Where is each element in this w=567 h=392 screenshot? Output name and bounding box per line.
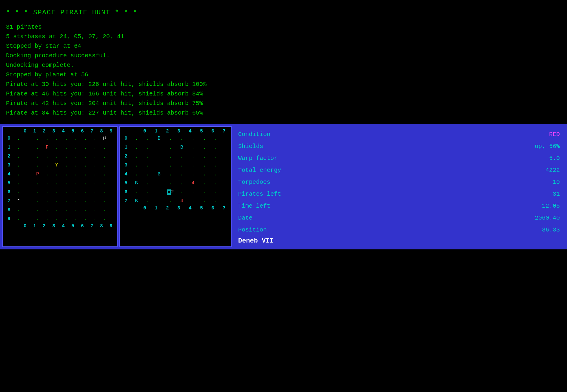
map-cell: . — [23, 214, 33, 223]
map-cell: . — [71, 197, 81, 206]
sector-row-label: 5 — [121, 179, 131, 188]
col-header: 5 — [196, 129, 207, 134]
map-cell: . — [33, 152, 42, 161]
sector-cell: . — [210, 134, 221, 143]
map-cell: P — [42, 143, 52, 152]
map-cell: . — [33, 134, 42, 143]
log-entry: Pirate at 30 hits you: 226 unit hit, shi… — [6, 80, 561, 89]
galaxy-map-container: 0123456789 0.........@1...P......2......… — [2, 126, 118, 247]
warp-row: Warp factor 5.0 — [238, 152, 560, 164]
shields-value: up, 56% — [535, 141, 560, 152]
map-cell: . — [90, 161, 100, 170]
map-cell: . — [71, 161, 81, 170]
pirates-row: Pirates left 31 — [238, 188, 560, 200]
log-entry: Stopped by star at 64 — [6, 41, 561, 51]
time-label: Time left — [238, 200, 270, 212]
map-cell: Y — [52, 161, 61, 170]
sector-cell: . — [153, 197, 165, 206]
galaxy-map-row: 8.......... — [4, 206, 116, 214]
sector-map-row: 0..B..... — [121, 134, 230, 143]
sector-cell: . — [153, 143, 165, 152]
map-cell: . — [23, 206, 33, 214]
map-cell: . — [71, 170, 81, 179]
map-cell: . — [100, 152, 109, 161]
map-cell: . — [100, 206, 109, 214]
time-value: 12.05 — [542, 200, 560, 212]
map-cell: . — [23, 143, 33, 152]
map-cell: . — [14, 134, 23, 143]
map-cell: . — [14, 206, 23, 214]
galaxy-map-row: 5.......... — [4, 179, 116, 188]
col-header: 9 — [106, 129, 116, 134]
map-cell: . — [100, 179, 109, 188]
log-entry: Undocking complete. — [6, 61, 561, 70]
map-cell: . — [52, 188, 61, 197]
map-cell: . — [90, 214, 100, 223]
col-header: 6 — [207, 206, 218, 211]
col-header: 3 — [173, 206, 184, 211]
bottom-panel: 0123456789 0.........@1...P......2......… — [0, 124, 567, 249]
map-cell: . — [52, 170, 61, 179]
galaxy-map-row: 7*......... — [4, 197, 116, 206]
sector-cell: . — [176, 179, 187, 188]
sector-row-label: 3 — [121, 161, 131, 170]
map-cell: . — [52, 179, 61, 188]
sector-cell: . — [142, 152, 153, 161]
galaxy-map-row: 1...P...... — [4, 143, 116, 152]
shields-row: Shields up, 56% — [238, 141, 560, 152]
warp-label: Warp factor — [238, 152, 278, 164]
sector-cell: . — [210, 197, 221, 206]
log-output: 31 pirates5 starbases at 24, 05, 07, 20,… — [6, 22, 561, 118]
sector-row-label: 7 — [121, 197, 131, 206]
sector-cell: . — [199, 134, 210, 143]
sector-map-row: 3........ — [121, 161, 230, 170]
torpedoes-value: 10 — [553, 176, 560, 188]
sector-cell: ■2 — [165, 188, 176, 197]
col-header: 3 — [49, 129, 58, 134]
condition-value: RED — [549, 129, 560, 141]
col-header: 2 — [162, 129, 173, 134]
map-cell: . — [90, 152, 100, 161]
sector-cell: . — [153, 161, 165, 170]
energy-label: Total energy — [238, 164, 281, 176]
map-cell: . — [61, 214, 71, 223]
sector-cell: . — [187, 197, 199, 206]
map-cell: . — [33, 161, 42, 170]
sector-cell: . — [187, 170, 199, 179]
sector-cell: . — [187, 161, 199, 170]
position-label: Position — [238, 224, 267, 236]
sector-cell: B — [153, 134, 165, 143]
row-label: 3 — [4, 161, 14, 170]
map-cell: . — [71, 214, 81, 223]
map-cell: . — [61, 206, 71, 214]
sector-map-container: 01234567 0..B.....1....B...2........3...… — [119, 126, 232, 247]
map-cell: . — [42, 152, 52, 161]
sector-map-row: 6...■2.... — [121, 188, 230, 197]
map-cell: . — [52, 134, 61, 143]
sector-map-row: 4..B..... — [121, 170, 230, 179]
map-cell: . — [14, 152, 23, 161]
map-cell: . — [100, 170, 109, 179]
col-header: 7 — [87, 223, 97, 229]
col-header: 7 — [87, 129, 97, 134]
sector-cell: . — [131, 188, 142, 197]
map-cell: . — [100, 143, 109, 152]
sector-cell: . — [142, 134, 153, 143]
map-cell: . — [23, 170, 33, 179]
log-entry: Docking procedure successful. — [6, 51, 561, 61]
map-cell: P — [33, 170, 42, 179]
map-cell: . — [42, 206, 52, 214]
map-cell: . — [14, 143, 23, 152]
sector-cell: B — [131, 197, 142, 206]
sector-map-row: 5B....4.. — [121, 179, 230, 188]
map-cell: . — [23, 134, 33, 143]
sector-cell: . — [142, 179, 153, 188]
sector-cell: . — [165, 143, 176, 152]
sector-cell: . — [165, 179, 176, 188]
map-cell: . — [61, 161, 71, 170]
log-entry: Pirate at 34 hits you: 227 unit hit, shi… — [6, 108, 561, 118]
map-cell: . — [81, 214, 90, 223]
row-label: 1 — [4, 143, 14, 152]
sector-cell: B — [153, 170, 165, 179]
col-header: 8 — [97, 129, 106, 134]
